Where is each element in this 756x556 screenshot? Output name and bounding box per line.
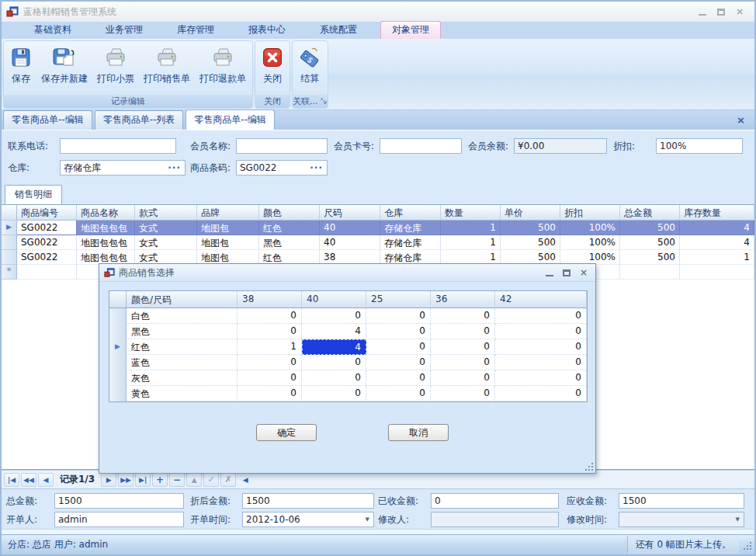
- tab-reports[interactable]: 报表中心: [238, 22, 297, 39]
- matrix-row[interactable]: 黑色 0 4 0 0 0: [109, 324, 587, 339]
- modifier-input: [432, 513, 558, 526]
- matrix-row[interactable]: 白色 0 0 0 0 0: [109, 308, 587, 324]
- matrix-col-header[interactable]: 颜色/尺码: [127, 291, 238, 308]
- nav-next-button[interactable]: ▶: [101, 473, 116, 487]
- tab-system-config[interactable]: 系统配置: [309, 22, 368, 39]
- col-header[interactable]: 款式: [135, 205, 197, 221]
- doc-tab-list[interactable]: 零售商品单--列表: [95, 110, 184, 130]
- print-sales-button[interactable]: 打印销售单: [139, 43, 195, 95]
- received-field-wrap: [431, 493, 559, 509]
- total-input[interactable]: [55, 494, 183, 508]
- dialog-resize-grip[interactable]: [584, 461, 593, 471]
- app-icon: [6, 5, 19, 18]
- resize-grip[interactable]: [742, 540, 751, 550]
- tab-inventory[interactable]: 库存管理: [166, 22, 225, 39]
- table-row[interactable]: SG0022 地图包包包 女式 地图包 黑色 40 存储仓库 1 500 100…: [2, 235, 754, 250]
- nav-next-page-button[interactable]: ▶▶: [118, 473, 134, 487]
- dialog-maximize-icon[interactable]: [563, 269, 570, 276]
- phone-input[interactable]: [61, 139, 175, 153]
- discounted-input[interactable]: [243, 494, 373, 508]
- col-header[interactable]: 颜色: [259, 205, 320, 221]
- matrix-row[interactable]: 灰色 0 0 0 0 0: [109, 370, 587, 386]
- save-button[interactable]: 保存: [5, 43, 36, 95]
- nav-prev-button[interactable]: ◀: [38, 473, 54, 487]
- receivable-input[interactable]: [619, 494, 744, 508]
- col-header[interactable]: 单价: [501, 205, 560, 221]
- dialog-title: 商品销售选择: [119, 266, 546, 280]
- member-name-input[interactable]: [237, 139, 327, 153]
- operator-label: 开单人:: [6, 512, 37, 527]
- open-time-dropdown-icon[interactable]: ▼: [362, 512, 373, 527]
- dialog-minimize-icon[interactable]: [546, 269, 553, 276]
- nav-collapse-button[interactable]: ◀: [238, 473, 253, 487]
- member-card-input[interactable]: [380, 139, 461, 153]
- close-form-button[interactable]: 关闭: [257, 43, 288, 95]
- close-icon[interactable]: ×: [736, 7, 744, 16]
- col-header[interactable]: 折扣: [560, 205, 620, 221]
- matrix-col-header[interactable]: 38: [238, 291, 302, 308]
- save-icon: [10, 47, 32, 68]
- dialog-close-icon[interactable]: ×: [580, 267, 588, 278]
- col-header[interactable]: 尺码: [320, 205, 380, 221]
- discount-input[interactable]: [657, 139, 742, 153]
- phone-label: 联系电话:: [8, 138, 48, 154]
- matrix-col-header[interactable]: 42: [495, 291, 587, 308]
- open-time-input[interactable]: [243, 513, 362, 526]
- status-branch-user: 分店: 总店 用户: admin: [8, 538, 627, 551]
- tab-sales-detail[interactable]: 销售明细: [5, 185, 62, 204]
- ok-button[interactable]: 确定: [256, 424, 317, 441]
- col-header[interactable]: 库存数量: [680, 205, 754, 221]
- doc-tab-edit-2[interactable]: 零售商品单--编辑: [186, 109, 275, 130]
- detail-tab-bar: 销售明细: [2, 184, 754, 204]
- barcode-input[interactable]: [237, 161, 306, 175]
- barcode-picker-icon[interactable]: ···: [306, 160, 327, 175]
- matrix-row[interactable]: 黄色 0 0 0 0 0: [109, 386, 587, 401]
- nav-post-button[interactable]: ✓: [203, 473, 219, 487]
- matrix-col-header[interactable]: 36: [431, 291, 495, 308]
- matrix-row[interactable]: 蓝色 0 0 0 0 0: [109, 355, 587, 370]
- matrix-row-current[interactable]: ▶ 红色 1 4 0 0 0: [109, 339, 587, 355]
- warehouse-input[interactable]: [61, 161, 164, 175]
- doc-tab-edit-1[interactable]: 零售商品单--编辑: [3, 110, 92, 130]
- member-name-label: 会员名称:: [190, 138, 231, 154]
- table-row[interactable]: ▶ SG0022 地图包包包 女式 地图包 红色 40 存储仓库 1 500 1…: [2, 221, 754, 235]
- dialog-launcher-icon[interactable]: [321, 98, 328, 105]
- matrix-col-header[interactable]: 25: [366, 291, 431, 308]
- col-header[interactable]: 商品编号: [17, 205, 77, 221]
- group-caption-related: 关联...: [293, 95, 328, 108]
- col-header[interactable]: 仓库: [380, 205, 441, 221]
- settle-button[interactable]: $ 结算: [294, 43, 325, 95]
- col-header[interactable]: 品牌: [197, 205, 259, 221]
- nav-edit-button[interactable]: ▲: [186, 473, 202, 487]
- save-and-new-button[interactable]: 保存并新建: [36, 43, 92, 95]
- nav-cancel-button[interactable]: ✗: [220, 473, 236, 487]
- print-receipt-button[interactable]: 打印小票: [92, 43, 139, 95]
- operator-input[interactable]: [55, 513, 183, 526]
- nav-append-button[interactable]: +: [152, 473, 168, 487]
- matrix-col-header[interactable]: 40: [302, 291, 366, 308]
- discount-label: 折扣:: [613, 138, 635, 154]
- size-color-matrix: 颜色/尺码 38 40 25 36 42 白色 0 0 0 0 0 黑色 0 4: [109, 290, 588, 402]
- col-header[interactable]: 商品名称: [77, 205, 135, 221]
- nav-prev-page-button[interactable]: ◀◀: [21, 473, 36, 487]
- tab-base-data[interactable]: 基础资料: [23, 22, 82, 39]
- modify-time-dropdown-icon[interactable]: ▼: [732, 512, 744, 527]
- received-input[interactable]: [432, 494, 558, 508]
- nav-first-button[interactable]: |◀: [4, 473, 19, 487]
- tab-object-manage[interactable]: 对象管理: [380, 21, 441, 39]
- col-header[interactable]: 总金额: [620, 205, 680, 221]
- nav-delete-button[interactable]: −: [169, 473, 185, 487]
- print-refund-button[interactable]: 打印退款单: [195, 43, 251, 95]
- selected-cell[interactable]: 4: [302, 339, 366, 355]
- warehouse-picker-icon[interactable]: ···: [164, 160, 185, 175]
- cancel-button[interactable]: 取消: [388, 424, 449, 441]
- discounted-field-wrap: [242, 493, 374, 509]
- doc-tab-close-icon[interactable]: ×: [730, 114, 751, 129]
- matrix-header-row: 颜色/尺码 38 40 25 36 42: [109, 291, 587, 308]
- tab-business[interactable]: 业务管理: [95, 22, 154, 39]
- minimize-icon[interactable]: [699, 9, 706, 16]
- document-tab-bar: 零售商品单--编辑 零售商品单--列表 零售商品单--编辑 ×: [2, 110, 754, 130]
- nav-last-button[interactable]: ▶|: [135, 473, 151, 487]
- col-header[interactable]: 数量: [441, 205, 501, 221]
- maximize-icon[interactable]: [717, 9, 725, 16]
